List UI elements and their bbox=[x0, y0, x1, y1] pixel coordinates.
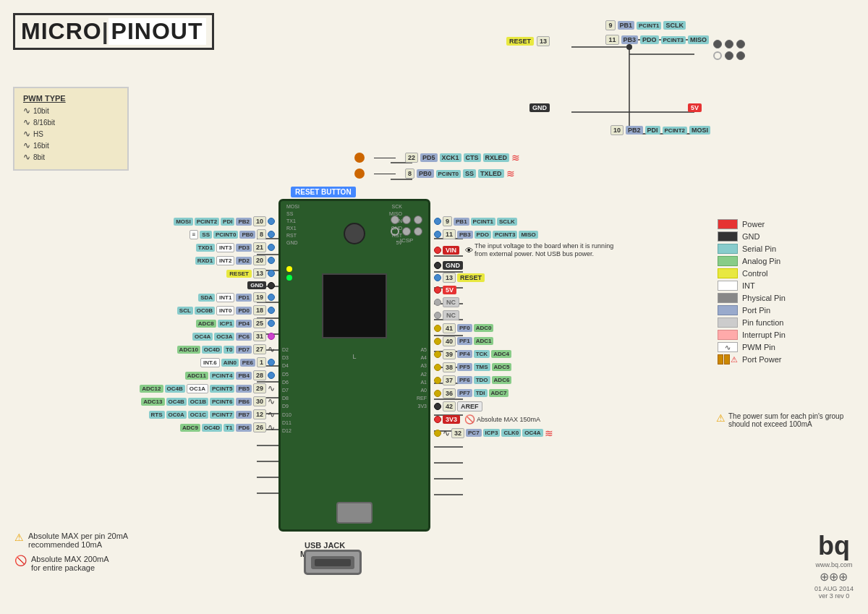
copyright-area: bq www.bq.com ⊕⊕⊕ 01 AUG 2014 ver 3 rev … bbox=[814, 531, 854, 600]
website-url: www.bq.com bbox=[814, 561, 854, 568]
pin10-top: 10 PB2 PDI PCINT2 MOSI bbox=[610, 125, 710, 135]
left-pin-rows: MOSI PCINT2 PDI PB2 10 ≡ SS PCINT0 PB0 8… bbox=[0, 213, 275, 435]
pwm-item-16bit: ∿16bit bbox=[23, 140, 119, 150]
usb-connector bbox=[304, 550, 362, 575]
warnings-box: ⚠ Absolute MAX per pin 20mA recommended … bbox=[14, 526, 128, 578]
top-right-connector: 9 PB1 PCINT1 SCLK 11 PB3 PDO PCINT3 MISO bbox=[605, 20, 709, 49]
reset-button-label: RESET BUTTON bbox=[291, 187, 356, 197]
warning-max-pin: ⚠ Absolute MAX per pin 20mA recommended … bbox=[14, 532, 128, 549]
icsp-connector bbox=[713, 40, 745, 60]
eye-icon: 👁 bbox=[465, 246, 473, 255]
right-pin-rows: 9 PB1 PCINT1 SCLK 11 PB3 PDO PCINT3 MISO… bbox=[434, 213, 619, 442]
legend-gnd: GND bbox=[718, 231, 855, 242]
title-pinout: PINOUT bbox=[109, 18, 206, 45]
warning-max-package: 🚫 Absolute MAX 200mA for entire package bbox=[14, 555, 128, 572]
copyright-date: 01 AUG 2014 bbox=[814, 585, 854, 592]
legend-power: Power bbox=[718, 219, 855, 229]
board-usb bbox=[336, 502, 373, 524]
legend-pwm-pin: ∿ PWM Pin bbox=[718, 342, 855, 352]
main-container: MICRO | PINOUT PWM TYPE ∿10bit ∿8/16bit … bbox=[0, 0, 868, 614]
legend-int: INT bbox=[718, 281, 855, 291]
title-box: MICRO | PINOUT bbox=[13, 13, 214, 50]
pwm-legend-box: PWM TYPE ∿10bit ∿8/16bit ∿HS ∿16bit ∿8bi… bbox=[13, 87, 129, 171]
reset-connector-label: RESET 13 bbox=[506, 36, 550, 46]
top-middle-section: 22 PD5 XCK1 CTS RXLED ≋ 8 PB0 PCINT0 SS … bbox=[354, 152, 520, 179]
pwm-title: PWM TYPE bbox=[23, 94, 119, 103]
pwm-item-10bit: ∿10bit bbox=[23, 106, 119, 116]
legend-physical-pin: Physical Pin bbox=[718, 293, 855, 303]
legend-pin-function: Pin function bbox=[718, 317, 855, 328]
power-warning: ⚠ The power sum for each pin's group sho… bbox=[716, 412, 854, 428]
pwm-item-816bit: ∿8/16bit bbox=[23, 117, 119, 127]
legend-port-pin: Port Pin bbox=[718, 305, 855, 315]
legend-port-power: ⚠ Port Power bbox=[718, 354, 855, 364]
gnd-top-label: GND bbox=[529, 100, 550, 113]
board-main-chip bbox=[322, 273, 387, 338]
board-pcb: ICSP MOSI SS TX1 RX1 RST GND SCK MISO VI… bbox=[278, 199, 430, 532]
legend-serial: Serial Pin bbox=[718, 244, 855, 254]
pwm-item-hs: ∿HS bbox=[23, 129, 119, 139]
5v-top-label: 5V bbox=[688, 100, 702, 113]
legend-analog: Analog Pin bbox=[718, 256, 855, 266]
pwm-item-8bit: ∿8bit bbox=[23, 152, 119, 162]
legend-control: Control bbox=[718, 268, 855, 278]
bq-logo: bq bbox=[814, 531, 854, 561]
legend-interrupt-pin: Interrupt Pin bbox=[718, 330, 855, 340]
copyright-version: ver 3 rev 0 bbox=[814, 592, 854, 600]
legend-box: Power GND Serial Pin Analog Pin Control … bbox=[718, 217, 855, 367]
title-micro: MICRO bbox=[21, 18, 102, 45]
